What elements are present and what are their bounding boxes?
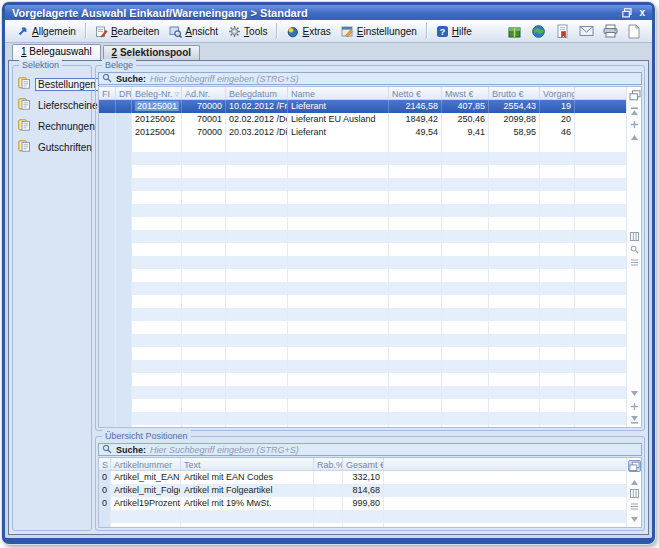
titlebar[interactable]: Vorgelagerte Auswahl Einkauf/Wareneingan… bbox=[5, 5, 652, 20]
menu-item-hilfe[interactable]: ?Hilfe bbox=[431, 23, 477, 40]
columns-icon[interactable] bbox=[628, 487, 641, 499]
menu-item-einstellungen[interactable]: Einstellungen bbox=[336, 23, 422, 40]
scroll-down-icon[interactable] bbox=[628, 387, 641, 399]
belege-group-label: Belege bbox=[102, 59, 136, 72]
table-row-empty[interactable] bbox=[99, 217, 626, 230]
sidebar-item-gutschriften[interactable]: Gutschriften bbox=[18, 140, 89, 154]
table-row-empty[interactable] bbox=[99, 334, 626, 347]
table-row-empty[interactable] bbox=[99, 256, 626, 269]
table-row-empty[interactable] bbox=[99, 191, 626, 204]
goto-first-icon[interactable] bbox=[628, 105, 641, 117]
copy-table-icon[interactable] bbox=[628, 460, 641, 472]
menu-item-ansicht[interactable]: Ansicht bbox=[164, 23, 223, 40]
cell-belegdatum bbox=[226, 282, 288, 295]
column-header-dr[interactable]: DR bbox=[116, 87, 132, 99]
table-row-empty[interactable] bbox=[99, 321, 626, 334]
tab-1-belegauswahl[interactable]: 1 Belegauswahl bbox=[12, 44, 101, 60]
table-row[interactable]: 0Artikel19ProzentArtikel mit 19% MwSt.99… bbox=[99, 497, 626, 510]
menu-item-allgemein[interactable]: Allgemein bbox=[11, 23, 81, 40]
close-icon[interactable]: x bbox=[639, 7, 645, 18]
table-row[interactable]: 0Artikel_mit_EANArtikel mit EAN Codes332… bbox=[99, 471, 626, 484]
window-controls: x bbox=[622, 7, 645, 18]
rows-list-icon[interactable] bbox=[628, 500, 641, 512]
cell-belegdatum bbox=[226, 165, 288, 178]
printer-icon[interactable] bbox=[602, 23, 618, 39]
table-row-empty[interactable] bbox=[99, 152, 626, 165]
column-header-mwst[interactable]: Mwst € bbox=[442, 87, 489, 99]
table-row-empty[interactable] bbox=[99, 373, 626, 386]
table-row-empty[interactable] bbox=[99, 230, 626, 243]
column-header-fi[interactable]: FI bbox=[99, 87, 116, 99]
menu-item-tools[interactable]: Tools bbox=[223, 23, 272, 40]
sidebar-item-rechnungen[interactable]: Rechnungen bbox=[18, 119, 89, 133]
column-header-text[interactable]: Text bbox=[181, 458, 314, 470]
table-row-empty[interactable] bbox=[99, 510, 626, 523]
column-header-gesamt[interactable]: Gesamt € bbox=[343, 458, 384, 470]
table-row-empty[interactable] bbox=[99, 165, 626, 178]
menu-item-bearbeiten[interactable]: Bearbeiten bbox=[90, 23, 164, 40]
table-row[interactable]: 201250047000020.03.2012 /DiLieferant49,5… bbox=[99, 126, 626, 139]
column-header-ad-nr[interactable]: Ad.Nr. bbox=[182, 87, 226, 99]
table-row[interactable]: 201250017000010.02.2012 /FrLieferant2146… bbox=[99, 100, 626, 113]
mail-icon[interactable] bbox=[578, 23, 594, 39]
cell-belegdatum bbox=[226, 321, 288, 334]
sort-indicator-icon[interactable]: ▽ bbox=[175, 90, 180, 97]
belege-search-bar[interactable]: Suche: Hier Suchbegriff eingeben (STRG+S… bbox=[98, 72, 642, 85]
table-row-empty[interactable] bbox=[99, 412, 626, 425]
copy-table-icon[interactable] bbox=[628, 89, 641, 101]
table-row-empty[interactable] bbox=[99, 243, 626, 256]
table-row[interactable]: 0Artikel_mit_FolgeartikelArtikel mit Fol… bbox=[99, 484, 626, 497]
positionen-search-bar[interactable]: Suche: Hier Suchbegriff eingeben (STRG+S… bbox=[98, 443, 642, 456]
column-header-brutto[interactable]: Brutto € bbox=[489, 87, 540, 99]
blank-page-icon[interactable] bbox=[626, 23, 642, 39]
document-flag-icon[interactable] bbox=[554, 23, 570, 39]
column-header-netto[interactable]: Netto € bbox=[389, 87, 442, 99]
main-panel: Selektion BestellungenLieferscheineRechn… bbox=[8, 60, 649, 535]
table-row-empty[interactable] bbox=[99, 139, 626, 152]
table-row-empty[interactable] bbox=[99, 360, 626, 373]
cell-belegdatum bbox=[226, 373, 288, 386]
append-row-icon[interactable] bbox=[628, 400, 641, 412]
sidebar-item-lieferscheine[interactable]: Lieferscheine bbox=[18, 98, 89, 112]
globe-icon[interactable] bbox=[530, 23, 546, 39]
tab-2-selektionspool[interactable]: 2 Selektionspool bbox=[103, 45, 200, 60]
cell-filler bbox=[575, 334, 626, 347]
menu-item-extras[interactable]: Extras bbox=[281, 23, 335, 40]
column-header-vorgang[interactable]: Vorgang bbox=[540, 87, 575, 99]
positionen-table-rail bbox=[626, 458, 641, 527]
rows-list-icon[interactable] bbox=[628, 256, 641, 268]
table-row-empty[interactable] bbox=[99, 178, 626, 191]
column-header-rab[interactable]: Rab.% bbox=[314, 458, 343, 470]
column-header-name[interactable]: Name bbox=[288, 87, 389, 99]
goto-last-icon[interactable] bbox=[628, 413, 641, 425]
column-header-artikelnummer[interactable]: Artikelnummer bbox=[111, 458, 181, 470]
cell-belegdatum bbox=[226, 178, 288, 191]
sidebar-item-bestellungen[interactable]: Bestellungen bbox=[18, 77, 89, 91]
package-icon[interactable] bbox=[506, 23, 522, 39]
column-header-beleg-nr[interactable]: Beleg-Nr.▽ bbox=[132, 87, 182, 99]
table-row-empty[interactable] bbox=[99, 295, 626, 308]
table-row-empty[interactable] bbox=[99, 386, 626, 399]
cell-text: Artikel mit 19% MwSt. bbox=[181, 497, 314, 510]
scroll-up-icon[interactable] bbox=[628, 131, 641, 143]
table-row-empty[interactable] bbox=[99, 204, 626, 217]
scroll-down-icon[interactable] bbox=[628, 513, 641, 525]
column-header-s[interactable]: S bbox=[99, 458, 111, 470]
column-header-belegdatum[interactable]: Belegdatum bbox=[226, 87, 288, 99]
arrow-ne-icon bbox=[16, 25, 29, 38]
insert-row-icon[interactable] bbox=[628, 118, 641, 130]
search-rows-icon[interactable] bbox=[628, 243, 641, 255]
table-row-empty[interactable] bbox=[99, 282, 626, 295]
table-row-empty[interactable] bbox=[99, 308, 626, 321]
document-icon bbox=[18, 77, 31, 91]
cell-beleg-nr bbox=[132, 204, 182, 217]
table-row-empty[interactable] bbox=[99, 425, 626, 427]
restore-icon[interactable] bbox=[622, 7, 632, 18]
columns-icon[interactable] bbox=[628, 230, 641, 242]
table-row-empty[interactable] bbox=[99, 347, 626, 360]
table-row[interactable]: 201250027000102.02.2012 /DoLieferant EU … bbox=[99, 113, 626, 126]
table-row-empty[interactable] bbox=[99, 269, 626, 282]
table-row-empty[interactable] bbox=[99, 523, 626, 527]
cell-beleg-nr bbox=[132, 191, 182, 204]
table-row-empty[interactable] bbox=[99, 399, 626, 412]
